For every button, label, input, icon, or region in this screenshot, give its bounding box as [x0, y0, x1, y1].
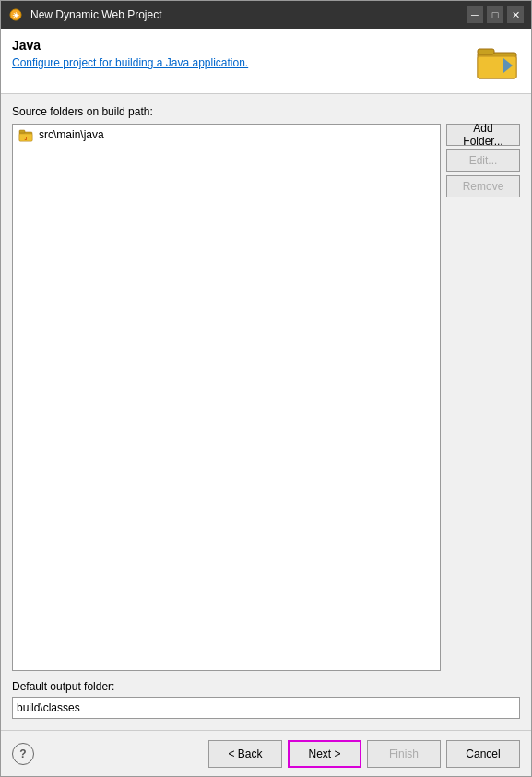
- back-button[interactable]: < Back: [208, 740, 282, 768]
- java-source-icon: J: [18, 127, 33, 142]
- add-folder-button[interactable]: Add Folder...: [446, 124, 520, 146]
- list-item[interactable]: J src\main\java: [13, 125, 440, 145]
- footer: ? < Back Next > Finish Cancel: [1, 730, 531, 776]
- svg-rect-7: [19, 130, 25, 133]
- source-folders-label: Source folders on build path:: [12, 105, 520, 118]
- window-icon: ☀: [8, 7, 23, 22]
- source-list: J src\main\java: [12, 124, 441, 671]
- finish-button[interactable]: Finish: [367, 740, 441, 768]
- window-controls: ─ □ ✕: [467, 6, 524, 23]
- close-button[interactable]: ✕: [507, 6, 524, 23]
- edit-button[interactable]: Edit...: [446, 149, 520, 172]
- header-icon: [474, 38, 520, 84]
- title-bar: ☀ New Dynamic Web Project ─ □ ✕: [1, 1, 531, 29]
- header-section: Java Configure project for building a Ja…: [1, 29, 531, 94]
- header-text: Java Configure project for building a Ja…: [12, 38, 474, 69]
- cancel-button[interactable]: Cancel: [446, 740, 520, 768]
- main-content: Source folders on build path: J src\main…: [1, 94, 531, 730]
- svg-rect-4: [478, 56, 516, 78]
- header-desc-prefix: Configure project for: [12, 56, 115, 69]
- next-button[interactable]: Next >: [288, 740, 361, 768]
- header-desc-suffix: a Java application.: [153, 56, 248, 69]
- maximize-button[interactable]: □: [487, 6, 503, 23]
- side-buttons: Add Folder... Edit... Remove: [446, 124, 520, 671]
- window-title: New Dynamic Web Project: [30, 8, 459, 21]
- header-desc-link: building: [115, 56, 153, 69]
- source-folder-area: J src\main\java Add Folder... Edit... Re…: [12, 124, 520, 671]
- output-label: Default output folder:: [12, 680, 520, 693]
- svg-text:J: J: [25, 136, 28, 141]
- source-path: src\main\java: [39, 128, 104, 141]
- output-section: Default output folder:: [12, 680, 520, 719]
- header-title: Java: [12, 38, 474, 53]
- footer-buttons: < Back Next > Finish Cancel: [208, 740, 520, 768]
- svg-rect-3: [478, 49, 494, 54]
- output-input[interactable]: [12, 697, 520, 719]
- help-button[interactable]: ?: [12, 743, 34, 765]
- svg-text:☀: ☀: [12, 11, 19, 20]
- minimize-button[interactable]: ─: [467, 6, 483, 23]
- header-description: Configure project for building a Java ap…: [12, 56, 474, 69]
- remove-button[interactable]: Remove: [446, 175, 520, 197]
